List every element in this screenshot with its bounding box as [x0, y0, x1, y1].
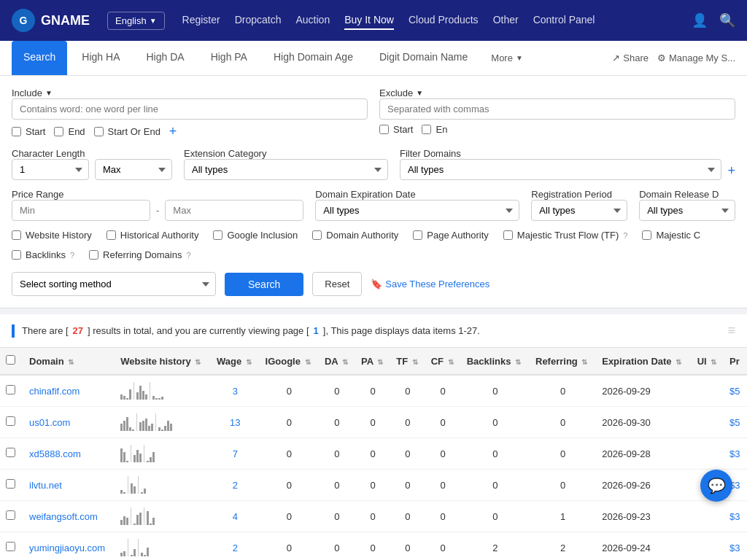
- tab-digit-domain-name[interactable]: Digit Domain Name: [368, 41, 479, 75]
- website-history-check[interactable]: Website History: [12, 230, 92, 241]
- chart-bar: [131, 483, 133, 494]
- row-checkbox[interactable]: [6, 448, 15, 457]
- row-checkbox[interactable]: [6, 416, 15, 426]
- col-backlinks[interactable]: Backlinks ⇅: [461, 348, 530, 375]
- add-filter-domains-button[interactable]: +: [727, 163, 735, 179]
- search-button[interactable]: Search: [225, 273, 303, 296]
- col-referring[interactable]: Referring ⇅: [530, 348, 596, 375]
- manage-button[interactable]: ⚙ Manage My S...: [657, 52, 735, 63]
- save-preferences-button[interactable]: 🔖 Save These Preferences: [371, 279, 489, 289]
- char-length-max-select[interactable]: Max: [95, 159, 172, 180]
- chart-bar: [158, 427, 160, 431]
- registration-period-select[interactable]: All types: [531, 200, 627, 221]
- domain-release-select[interactable]: All types: [639, 200, 735, 221]
- language-selector[interactable]: English ▼: [107, 12, 165, 30]
- domain-link[interactable]: us01.com: [29, 417, 70, 428]
- cell-pa: 0: [355, 470, 390, 501]
- chart-divider: [133, 382, 134, 400]
- col-tf[interactable]: TF ⇅: [390, 348, 425, 375]
- tab-high-da[interactable]: High DA: [135, 41, 196, 75]
- reset-button[interactable]: Reset: [312, 272, 362, 296]
- sort-select[interactable]: Select sorting method: [12, 272, 216, 296]
- majestic-tf-check[interactable]: Majestic Trust Flow (TF) ?: [503, 230, 628, 241]
- cell-expiration: 2026-09-26: [596, 470, 691, 501]
- tab-high-pa[interactable]: High PA: [199, 41, 259, 75]
- chart-bar: [123, 516, 125, 525]
- nav-link-dropcatch[interactable]: Dropcatch: [235, 11, 282, 30]
- share-button[interactable]: ↗ Share: [612, 52, 649, 63]
- col-domain[interactable]: Domain ⇅: [23, 348, 115, 375]
- include-input[interactable]: [12, 98, 368, 120]
- start-check[interactable]: Start: [12, 126, 45, 137]
- backlinks-check[interactable]: Backlinks ?: [12, 249, 74, 260]
- page-authority-check[interactable]: Page Authority: [413, 230, 489, 241]
- exclude-input[interactable]: [379, 98, 735, 120]
- cell-price: $5: [724, 407, 747, 438]
- col-igoogle[interactable]: IGoogle ⇅: [260, 348, 319, 375]
- col-pa[interactable]: PA ⇅: [355, 348, 390, 375]
- historical-authority-check[interactable]: Historical Authority: [107, 230, 199, 241]
- google-inclusion-check[interactable]: Google Inclusion: [213, 230, 298, 241]
- nav-link-other[interactable]: Other: [493, 11, 519, 30]
- domain-link[interactable]: weifangsoft.com: [29, 511, 98, 522]
- col-expiration[interactable]: Expiration Date ⇅: [596, 348, 691, 375]
- row-checkbox[interactable]: [6, 510, 15, 520]
- price-max-input[interactable]: [165, 200, 303, 221]
- chart-bar: [123, 396, 125, 400]
- add-include-button[interactable]: +: [169, 124, 177, 139]
- domain-link[interactable]: chinafif.com: [29, 386, 80, 397]
- filter-domains-select[interactable]: All types: [400, 159, 721, 180]
- row-checkbox[interactable]: [6, 479, 15, 489]
- exclude-checks: Start En: [379, 124, 735, 135]
- domain-link[interactable]: xd5888.com: [29, 448, 81, 459]
- filter-checkboxes-row-2: Backlinks ? Referring Domains ?: [12, 249, 735, 260]
- search-icon[interactable]: 🔍: [719, 12, 735, 28]
- chart-bar: [142, 391, 144, 400]
- tab-search[interactable]: Search: [12, 41, 67, 75]
- nav-link-auction[interactable]: Auction: [296, 11, 330, 30]
- cell-expiration: 2026-09-24: [596, 532, 691, 561]
- collapse-icon[interactable]: ≡: [727, 323, 735, 338]
- col-price[interactable]: Pr: [724, 348, 747, 375]
- col-ul[interactable]: Ul ⇅: [692, 348, 724, 375]
- col-wage[interactable]: Wage ⇅: [211, 348, 260, 375]
- tab-more[interactable]: More ▼: [482, 42, 532, 74]
- start-or-end-check[interactable]: Start Or End: [94, 126, 160, 137]
- domain-link[interactable]: ilvtu.net: [29, 480, 62, 491]
- majestic-c-check[interactable]: Majestic C: [642, 230, 700, 241]
- excl-end-check[interactable]: En: [422, 124, 447, 135]
- nav-link-register[interactable]: Register: [182, 11, 220, 30]
- chevron-down-icon: ▼: [416, 89, 423, 97]
- nav-link-controlpanel[interactable]: Control Panel: [533, 11, 595, 30]
- col-cf[interactable]: CF ⇅: [425, 348, 461, 375]
- price-min-input[interactable]: [12, 200, 150, 221]
- chart-bar: [144, 555, 146, 556]
- row-checkbox[interactable]: [6, 385, 15, 394]
- domain-expiration-select[interactable]: All types: [315, 200, 519, 221]
- end-check[interactable]: End: [54, 126, 85, 137]
- col-website-history[interactable]: Website history ⇅: [115, 348, 211, 375]
- user-icon[interactable]: 👤: [692, 12, 708, 28]
- tab-high-ha[interactable]: High HA: [70, 41, 131, 75]
- nav-link-buyitnow[interactable]: Buy It Now: [344, 11, 394, 30]
- tab-high-domain-age[interactable]: High Domain Age: [262, 41, 365, 75]
- domain-authority-check[interactable]: Domain Authority: [312, 230, 398, 241]
- referring-domains-check[interactable]: Referring Domains ?: [89, 249, 191, 260]
- cell-backlinks: 0: [461, 470, 530, 501]
- excl-start-check[interactable]: Start: [379, 124, 413, 135]
- cell-expiration: 2026-09-30: [596, 407, 691, 438]
- chart-divider: [150, 382, 150, 400]
- domain-link[interactable]: yumingjiaoyu.com: [29, 542, 105, 553]
- brand-name: GNAME: [41, 13, 90, 28]
- row-checkbox[interactable]: [6, 542, 15, 551]
- select-all-checkbox[interactable]: [6, 355, 15, 365]
- chart-bar: [123, 492, 125, 494]
- chat-button[interactable]: 💬: [700, 470, 732, 502]
- char-length-min-select[interactable]: 1: [12, 159, 89, 180]
- extension-category-select[interactable]: All types: [184, 159, 388, 180]
- col-da[interactable]: DA ⇅: [319, 348, 355, 375]
- exclude-label[interactable]: Exclude ▼: [379, 88, 735, 98]
- nav-link-cloud[interactable]: Cloud Products: [409, 11, 479, 30]
- blue-bar-icon: [12, 324, 15, 338]
- include-label[interactable]: Include ▼: [12, 88, 368, 98]
